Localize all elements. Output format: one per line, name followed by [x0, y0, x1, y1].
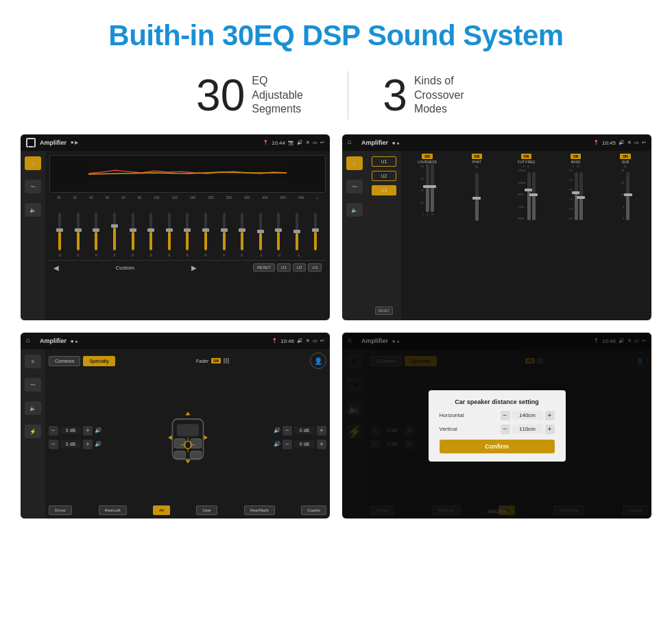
horizontal-minus[interactable]: − [501, 411, 510, 420]
rl-val-3: 0 dB [60, 440, 81, 448]
home-icon-1[interactable]: ⌂ [26, 138, 36, 147]
close-icon-3: ✕ [306, 338, 310, 344]
status-icons-3: 📍 10:46 🔊 ✕ ▭ ↩ [272, 338, 324, 344]
vol-ctrl-rl-3: − 0 dB + 🔊 [49, 440, 101, 449]
close-icon-1: ✕ [306, 140, 310, 145]
rl-minus-3[interactable]: − [49, 440, 58, 449]
eq-slider-3[interactable] [95, 213, 97, 250]
speaker-btn-1[interactable]: 🔈 [25, 203, 41, 217]
vertical-ctrl: − 110cm + [501, 425, 555, 434]
eq-preset-btns: RESET U1 U2 U3 [253, 263, 322, 272]
eq-prev-btn[interactable]: ◀ [53, 264, 59, 272]
wave-btn-3[interactable]: 〜 [25, 378, 41, 392]
eq-slider-13[interactable] [277, 213, 280, 250]
rr-minus-3[interactable]: − [283, 440, 292, 449]
eq-slider-10[interactable] [223, 213, 226, 250]
eq-expand-icon[interactable]: » [316, 195, 318, 200]
rl-plus-3[interactable]: + [83, 440, 93, 449]
loudness-slider-1[interactable]: 0 [426, 164, 429, 216]
eq-freq-125: 125 [172, 195, 178, 200]
fr-minus-3[interactable]: − [283, 426, 292, 436]
sub-slider[interactable] [626, 172, 629, 220]
eq-slider-2[interactable] [77, 213, 80, 250]
eq-slider-9[interactable] [204, 213, 207, 250]
rearright-btn-3[interactable]: RearRight [244, 505, 275, 515]
close-icon-2: ✕ [627, 140, 632, 145]
eq-slider-6[interactable] [149, 213, 152, 250]
bass-sliders: 3.02.52.01.51.00.5 [568, 169, 583, 220]
cutfreq-slider-1[interactable] [527, 172, 531, 220]
cutfreq-on[interactable]: ON [521, 154, 532, 159]
vertical-plus[interactable]: + [545, 425, 555, 434]
reset-btn-2[interactable]: RESET [375, 307, 394, 315]
eq-slider-15[interactable] [314, 213, 317, 250]
channel-cutfreq: ON CUT FREQ F G 125Hz100Hz80Hz70Hz60Hz [503, 154, 549, 221]
specialty-tab-3[interactable]: Specialty [83, 356, 115, 366]
status-bar-1: ⌂ Amplifier ■ ▶ 📍 10:44 📷 🔊 ✕ ▭ ↩ [21, 134, 330, 151]
horizontal-plus[interactable]: + [545, 411, 555, 420]
eq-slider-8[interactable] [186, 213, 189, 250]
eq-graph[interactable] [49, 155, 326, 193]
bass-on[interactable]: ON [571, 154, 581, 159]
eq-slider-7[interactable] [168, 213, 171, 250]
svg-marker-18 [204, 435, 207, 440]
all-btn-3[interactable]: All [153, 505, 170, 515]
status-icons-2: 📍 10:45 🔊 ✕ ▭ ↩ [593, 140, 646, 146]
fader-row-3: Fader ON [196, 358, 229, 363]
eq-slider-5[interactable] [132, 213, 134, 250]
fr-plus-3[interactable]: + [317, 426, 326, 436]
common-tab-3[interactable]: Common [49, 356, 80, 366]
eq-slider-12[interactable] [259, 213, 262, 250]
screen2-title: Amplifier [361, 139, 388, 146]
fl-minus-3[interactable]: − [49, 426, 58, 436]
fl-plus-3[interactable]: + [83, 426, 93, 436]
cutfreq-slider-2[interactable] [532, 172, 536, 220]
bass-slider-2[interactable] [579, 172, 583, 220]
eq-slider-11[interactable] [241, 213, 243, 250]
eq-freq-160: 160 [190, 195, 195, 200]
loudness-slider-2[interactable]: 0 [431, 164, 434, 216]
speaker-icon-2: 🔈 [351, 207, 358, 213]
speaker-btn-3[interactable]: 🔈 [25, 401, 41, 415]
phat-on[interactable]: ON [472, 154, 483, 159]
vertical-minus[interactable]: − [501, 425, 510, 434]
wave-btn-1[interactable]: 〜 [25, 180, 41, 193]
u3-tag[interactable]: U3 [372, 185, 396, 195]
bt-btn-3[interactable]: ⚡ [25, 425, 41, 438]
eq-next-btn[interactable]: ▶ [191, 264, 197, 272]
speaker-btn-2[interactable]: 🔈 [346, 203, 363, 217]
u1-btn-1[interactable]: U1 [277, 263, 291, 272]
eq-btn-3[interactable]: ≡ [25, 355, 41, 368]
u2-tag[interactable]: U2 [372, 171, 396, 181]
back-icon-2: ↩ [642, 140, 646, 145]
eq-slider-1[interactable] [58, 213, 61, 250]
phat-slider[interactable] [475, 173, 479, 221]
fader-on-3[interactable]: ON [211, 358, 221, 363]
loudness-on[interactable]: ON [422, 154, 433, 159]
screen-crossover: ⌂ Amplifier ■ ● 📍 10:45 🔊 ✕ ▭ ↩ ≡ 〜 [342, 134, 651, 320]
confirm-button[interactable]: Confirm [440, 440, 555, 453]
driver-btn-3[interactable]: Driver [49, 505, 72, 515]
reset-btn-1[interactable]: RESET [253, 263, 275, 272]
home-icon-3[interactable]: ⌂ [26, 336, 36, 346]
copilot-btn-3[interactable]: Copilot [301, 505, 326, 515]
u3-btn-1[interactable]: U3 [308, 263, 322, 272]
u2-btn-1[interactable]: U2 [293, 263, 307, 272]
bass-f: F [573, 165, 574, 168]
wave-btn-2[interactable]: 〜 [346, 180, 363, 193]
eq-sliders [49, 202, 326, 250]
rr-plus-3[interactable]: + [317, 440, 326, 449]
fl-speaker-3: 🔊 [95, 427, 101, 433]
u1-tag[interactable]: U1 [372, 156, 396, 167]
eq-btn-2[interactable]: ≡ [346, 156, 363, 170]
eq-btn-1[interactable]: ≡ [25, 156, 41, 170]
eq-labels: 25 32 40 50 63 80 100 125 160 200 250 32… [49, 195, 326, 200]
rearleft-btn-3[interactable]: RearLeft [99, 505, 127, 515]
eq-slider-14[interactable] [296, 213, 298, 250]
position-btns-3: Driver RearLeft All User RearRight Copil… [49, 505, 326, 515]
home-icon-2[interactable]: ⌂ [348, 138, 357, 147]
eq-slider-4[interactable] [113, 213, 116, 250]
sub-on[interactable]: ON [620, 154, 631, 159]
user-btn-3[interactable]: User [196, 505, 217, 515]
speaker-distance-dialog: Car speaker distance setting Horizontal … [429, 390, 566, 462]
